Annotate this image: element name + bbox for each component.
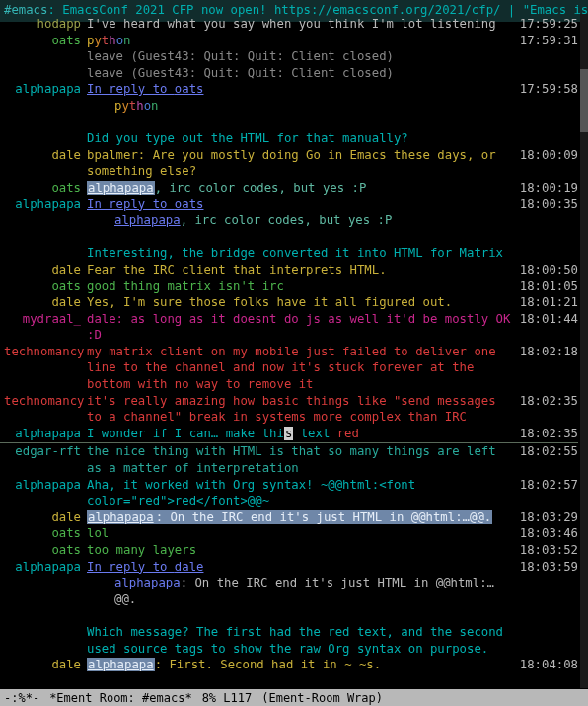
- chat-row: alphapapaIn reply to oats17:59:58: [0, 81, 578, 98]
- nick-cell: oats: [4, 525, 87, 542]
- message-text: I've heard what you say when you think I…: [87, 17, 496, 31]
- message-cell: In reply to oats: [87, 196, 517, 213]
- chat-row: alphapapa, irc color codes, but yes :P: [0, 212, 578, 229]
- mention-link[interactable]: alphapapa: [87, 658, 155, 671]
- chat-row: dalealphapapa: First. Second had it in ~…: [0, 657, 578, 673]
- message-cell: Aha, it worked with Org syntax! ~@@html:…: [87, 477, 517, 510]
- modeline: -:%*- *Ement Room: #emacs* 8% L117 (Emen…: [0, 689, 588, 706]
- topic-text: EmacsConf 2021 CFP now open! https://ema…: [62, 3, 588, 17]
- timestamp: 18:01:21: [517, 294, 578, 311]
- nick-cell: mydraal_: [4, 311, 87, 328]
- chat-row: daleYes, I'm sure those folks have it al…: [0, 294, 578, 311]
- message-cell: alphapapa, irc color codes, but yes :P: [87, 180, 517, 196]
- scrollbar-thumb[interactable]: [580, 69, 588, 132]
- chat-row: oatsalphapapa, irc color codes, but yes …: [0, 180, 578, 196]
- message-cell: alphapapa: On the IRC end it's just HTML…: [87, 510, 517, 526]
- timestamp: 18:02:35: [517, 393, 578, 410]
- nick-cell: oats: [4, 33, 87, 49]
- timestamp: 18:02:35: [517, 426, 578, 442]
- message-cell: In reply to oats: [87, 81, 517, 98]
- message-cell: the nice thing with HTML is that so many…: [87, 443, 517, 476]
- chat-row: Interesting, the bridge converted it int…: [0, 245, 578, 262]
- timestamp: 18:01:44: [517, 311, 578, 328]
- nick-cell: alphapapa: [4, 559, 87, 576]
- reply-prefix[interactable]: In reply to: [87, 560, 175, 574]
- scrollbar-track[interactable]: [580, 14, 588, 688]
- timestamp: 18:01:05: [517, 278, 578, 295]
- chat-row: alphapapaIn reply to oats18:00:35: [0, 196, 578, 213]
- nick-cell: alphapapa: [4, 426, 87, 442]
- timestamp: 18:02:57: [517, 477, 578, 494]
- message-cell: leave (Guest43: Quit: Quit: Client close…: [87, 48, 517, 65]
- chat-row: python: [0, 98, 578, 115]
- timestamp: 18:04:08: [517, 657, 578, 673]
- message-text: , irc color codes, but yes :P: [155, 181, 367, 195]
- channel-name: #emacs: [4, 3, 47, 17]
- chat-row: edgar-rftthe nice thing with HTML is tha…: [0, 442, 578, 476]
- message-text: text: [293, 427, 336, 440]
- message-text: , irc color codes, but yes :P: [181, 213, 393, 227]
- message-cell: I wonder if I can… make this text red: [87, 426, 517, 442]
- message-cell: it's really amazing how basic things lik…: [87, 393, 517, 426]
- nick-cell: alphapapa: [4, 81, 87, 98]
- chat-row: oatspython17:59:31: [0, 33, 578, 49]
- reply-prefix[interactable]: In reply to: [87, 82, 175, 96]
- mention-link[interactable]: alphapapa: [114, 213, 181, 227]
- message-text: Yes, I'm sure those folks have it all fi…: [87, 295, 452, 309]
- nick-cell: dale: [4, 262, 87, 278]
- message-cell: too many layers: [87, 542, 517, 559]
- timestamp: 18:00:09: [517, 147, 578, 164]
- message-cell: python: [87, 98, 517, 115]
- message-text: my matrix client on my mobile just faile…: [87, 345, 496, 391]
- nick-cell: alphapapa: [4, 477, 87, 494]
- message-text: lol: [87, 526, 109, 540]
- system-message: leave (Guest43: Quit: Quit: Client close…: [87, 49, 394, 63]
- message-cell: python: [87, 33, 517, 49]
- message-text: Did you type out the HTML for that manua…: [87, 131, 408, 145]
- modeline-left: -:%*-: [4, 690, 39, 706]
- chat-row: Did you type out the HTML for that manua…: [0, 130, 578, 147]
- reply-target-link[interactable]: dale: [175, 560, 204, 574]
- modeline-pos: 8% L117: [202, 690, 253, 706]
- nick-cell: dale: [4, 294, 87, 311]
- mention-link[interactable]: alphapapa: [87, 510, 155, 524]
- chat-row: [0, 607, 578, 624]
- chat-row: alphapapaI wonder if I can… make this te…: [0, 426, 578, 442]
- nick-cell: edgar-rft: [4, 443, 87, 460]
- message-cell: I've heard what you say when you think I…: [87, 16, 517, 33]
- timestamp: 18:03:52: [517, 542, 578, 559]
- chat-row: [0, 229, 578, 246]
- chat-row: dalebpalmer: Are you mostly doing Go in …: [0, 147, 578, 180]
- mention-link[interactable]: alphapapa: [114, 576, 181, 589]
- message-cell: [87, 607, 517, 624]
- reply-target-link[interactable]: oats: [175, 82, 204, 96]
- message-cell: Did you type out the HTML for that manua…: [87, 130, 517, 147]
- chat-row: alphapapa: On the IRC end it's just HTML…: [0, 575, 578, 607]
- message-cell: Which message? The first had the red tex…: [87, 624, 517, 657]
- chat-area[interactable]: hodappI've heard what you say when you t…: [0, 16, 578, 688]
- modeline-mode: (Ement-Room Wrap): [261, 690, 383, 706]
- message-text: : First. Second had it in ~ ~s.: [155, 658, 382, 671]
- chat-row: daleFear the IRC client that interprets …: [0, 262, 578, 278]
- nick-cell: dale: [4, 147, 87, 164]
- chat-row: dalealphapapa: On the IRC end it's just …: [0, 510, 578, 526]
- chat-row: Which message? The first had the red tex…: [0, 624, 578, 657]
- nick-cell: oats: [4, 278, 87, 295]
- timestamp: 18:02:18: [517, 344, 578, 360]
- chat-row: alphapapaAha, it worked with Org syntax!…: [0, 477, 578, 510]
- message-cell: Fear the IRC client that interprets HTML…: [87, 262, 517, 278]
- mention-link[interactable]: alphapapa: [87, 181, 155, 195]
- message-text: Aha, it worked with Org syntax! ~@@html:…: [87, 478, 415, 509]
- message-cell: alphapapa: First. Second had it in ~ ~s.: [87, 657, 517, 673]
- message-cell: [87, 229, 517, 246]
- message-cell: leave (Guest43: Quit: Quit: Client close…: [87, 65, 517, 82]
- message-text: Which message? The first had the red tex…: [87, 625, 503, 656]
- message-text: too many layers: [87, 543, 196, 557]
- red-text: red: [337, 427, 359, 440]
- message-cell: In reply to dale: [87, 559, 517, 576]
- message-cell: lol: [87, 525, 517, 542]
- chat-row: leave (Guest43: Quit: Quit: Client close…: [0, 65, 578, 82]
- reply-target-link[interactable]: oats: [175, 197, 204, 211]
- message-cell: bpalmer: Are you mostly doing Go in Emac…: [87, 147, 517, 180]
- reply-prefix[interactable]: In reply to: [87, 197, 175, 211]
